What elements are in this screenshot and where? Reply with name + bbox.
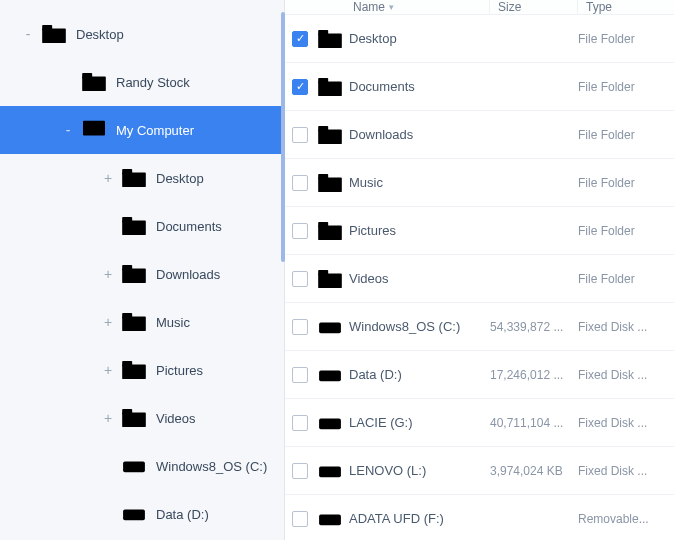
row-checkbox[interactable] [292, 319, 308, 335]
folder-tree[interactable]: -DesktopRandy Stock-My Computer+DesktopD… [0, 0, 284, 540]
column-header-name[interactable]: Name ▾ [345, 0, 490, 14]
column-name-label: Name [353, 0, 385, 14]
row-checkbox[interactable] [292, 79, 308, 95]
column-type-label: Type [586, 0, 612, 14]
table-row[interactable]: LACIE (G:)40,711,104 ...Fixed Disk ... [285, 399, 674, 447]
tree-item[interactable]: +Pictures [0, 346, 284, 394]
row-type: File Folder [578, 32, 674, 46]
row-type: File Folder [578, 80, 674, 94]
tree-item[interactable]: +Downloads [0, 250, 284, 298]
column-header-type[interactable]: Type [578, 0, 674, 14]
row-name: Videos [345, 271, 490, 286]
row-type: File Folder [578, 224, 674, 238]
column-size-label: Size [498, 0, 521, 14]
tree-item[interactable]: Windows8_OS (C:) [0, 442, 284, 490]
folder-outline-icon [120, 407, 148, 429]
file-list-pane: Name ▾ Size Type DesktopFile FolderDocum… [284, 0, 674, 540]
row-type: Removable... [578, 512, 674, 526]
table-row[interactable]: DocumentsFile Folder [285, 63, 674, 111]
column-header-icon [315, 0, 345, 14]
tree-item-label: Pictures [156, 363, 203, 378]
tree-item[interactable]: +Videos [0, 394, 284, 442]
drive-outline-icon [315, 413, 345, 433]
row-name: Windows8_OS (C:) [345, 319, 490, 334]
tree-expander-icon[interactable]: - [20, 27, 36, 41]
row-checkbox[interactable] [292, 367, 308, 383]
folder-outline-icon [315, 77, 345, 97]
tree-item[interactable]: +Music [0, 298, 284, 346]
row-checkbox[interactable] [292, 415, 308, 431]
row-size: 40,711,104 ... [490, 416, 578, 430]
tree-item[interactable]: -My Computer [0, 106, 284, 154]
row-name: Pictures [345, 223, 490, 238]
row-checkbox[interactable] [292, 271, 308, 287]
table-row[interactable]: MusicFile Folder [285, 159, 674, 207]
folder-icon [40, 23, 68, 45]
table-row[interactable]: PicturesFile Folder [285, 207, 674, 255]
table-row[interactable]: Windows8_OS (C:)54,339,872 ...Fixed Disk… [285, 303, 674, 351]
tree-expander-icon[interactable]: + [100, 411, 116, 425]
drive-icon [120, 455, 148, 477]
tree-item-label: Documents [156, 219, 222, 234]
column-header-row: Name ▾ Size Type [285, 0, 674, 15]
row-size: 3,974,024 KB [490, 464, 578, 478]
column-header-size[interactable]: Size [490, 0, 578, 14]
table-row[interactable]: Data (D:)17,246,012 ...Fixed Disk ... [285, 351, 674, 399]
row-name: Data (D:) [345, 367, 490, 382]
tree-item[interactable]: -Desktop [0, 10, 284, 58]
row-checkbox[interactable] [292, 175, 308, 191]
row-checkbox[interactable] [292, 463, 308, 479]
tree-item-label: Desktop [76, 27, 124, 42]
column-header-checkbox [285, 0, 315, 14]
tree-item[interactable]: Documents [0, 202, 284, 250]
tree-item[interactable]: Randy Stock [0, 58, 284, 106]
table-row[interactable]: VideosFile Folder [285, 255, 674, 303]
file-rows-container: DesktopFile FolderDocumentsFile FolderDo… [285, 15, 674, 540]
folder-outline-icon [120, 215, 148, 237]
row-name: Documents [345, 79, 490, 94]
drive-outline-icon [315, 365, 345, 385]
folder-outline-icon [315, 29, 345, 49]
row-name: ADATA UFD (F:) [345, 511, 490, 526]
row-checkbox[interactable] [292, 511, 308, 527]
tree-expander-icon[interactable]: - [60, 123, 76, 137]
tree-item-label: Windows8_OS (C:) [156, 459, 267, 474]
folder-outline-icon [120, 263, 148, 285]
row-name: LACIE (G:) [345, 415, 490, 430]
folder-icon [80, 71, 108, 93]
tree-item-label: Desktop [156, 171, 204, 186]
monitor-icon [80, 119, 108, 141]
tree-expander-icon[interactable]: + [100, 315, 116, 329]
tree-expander-icon[interactable]: + [100, 363, 116, 377]
row-name: LENOVO (L:) [345, 463, 490, 478]
tree-item-label: Videos [156, 411, 196, 426]
row-name: Downloads [345, 127, 490, 142]
row-type: Fixed Disk ... [578, 416, 674, 430]
table-row[interactable]: DownloadsFile Folder [285, 111, 674, 159]
tree-expander-icon[interactable]: + [100, 267, 116, 281]
sort-caret-icon: ▾ [389, 2, 394, 12]
folder-outline-icon [315, 125, 345, 145]
tree-item-label: Data (D:) [156, 507, 209, 522]
row-type: Fixed Disk ... [578, 368, 674, 382]
folder-outline-icon [315, 221, 345, 241]
folder-outline-icon [120, 359, 148, 381]
tree-item[interactable]: +Desktop [0, 154, 284, 202]
row-size: 54,339,872 ... [490, 320, 578, 334]
drive-outline-icon [315, 317, 345, 337]
row-size: 17,246,012 ... [490, 368, 578, 382]
drive-icon [120, 503, 148, 525]
table-row[interactable]: ADATA UFD (F:)Removable... [285, 495, 674, 540]
tree-item[interactable]: Data (D:) [0, 490, 284, 538]
row-type: File Folder [578, 272, 674, 286]
row-name: Desktop [345, 31, 490, 46]
table-row[interactable]: LENOVO (L:)3,974,024 KBFixed Disk ... [285, 447, 674, 495]
tree-expander-icon[interactable]: + [100, 171, 116, 185]
table-row[interactable]: DesktopFile Folder [285, 15, 674, 63]
scroll-indicator[interactable] [281, 12, 285, 262]
drive-outline-icon [315, 461, 345, 481]
row-checkbox[interactable] [292, 223, 308, 239]
row-checkbox[interactable] [292, 31, 308, 47]
row-checkbox[interactable] [292, 127, 308, 143]
tree-item-label: Music [156, 315, 190, 330]
